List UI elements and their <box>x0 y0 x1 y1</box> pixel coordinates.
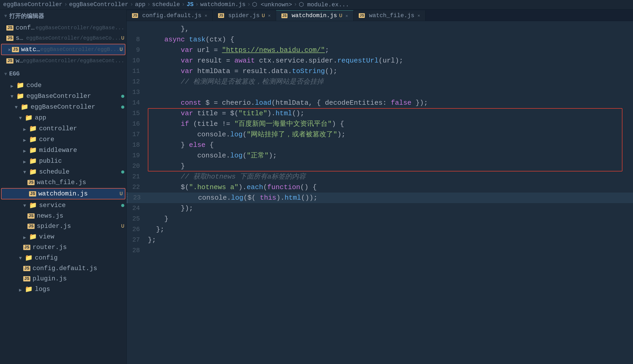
tab-label: spider.js <box>228 12 260 19</box>
tree-item-middleware[interactable]: ▶ 📁 middleware <box>0 145 126 156</box>
tree-item-config-default[interactable]: JS config.default.js <box>0 263 126 274</box>
code-line: 16 if (title != "百度新闻一海量中文资讯平台") { <box>127 119 633 129</box>
breadcrumb-sep: › <box>294 1 297 8</box>
folder-label: service <box>39 202 121 209</box>
unsaved-tag: U <box>262 13 265 19</box>
line-number: 20 <box>127 161 145 171</box>
code-line: 28 <box>127 245 633 256</box>
js-icon: JS <box>132 13 138 18</box>
js-icon: JS <box>27 224 35 229</box>
js-icon: JS <box>6 25 13 31</box>
status-dot <box>121 170 124 174</box>
tree-item-service[interactable]: ▼ 📁 service <box>0 200 126 211</box>
code-line: 27 }; <box>127 235 633 245</box>
folder-icon: 📁 <box>29 233 37 241</box>
chevron-down-icon: ▼ <box>19 116 24 120</box>
folder-icon: 📁 <box>25 285 33 293</box>
line-number: 15 <box>127 108 145 119</box>
folder-icon: 📁 <box>16 92 24 100</box>
tree-item-app[interactable]: ▼ 📁 app <box>0 112 126 123</box>
tab-spider[interactable]: JS spider.js U ✕ <box>213 10 276 21</box>
line-content: $(".hotnews a").each(function() { <box>145 182 633 193</box>
code-line: 8 async task(ctx) { <box>127 34 633 45</box>
tree-item-eggbase2[interactable]: ▼ 📁 eggBaseController <box>0 102 126 112</box>
open-editor-spider[interactable]: JS spider.js eggBaseController/eggBaseCo… <box>0 33 126 43</box>
chevron-right-icon: ▶ <box>23 148 28 153</box>
tree-item-config[interactable]: ▼ 📁 config <box>0 252 126 263</box>
breadcrumb-item: app <box>135 1 145 8</box>
tab-watchfile[interactable]: JS watch_file.js ✕ <box>353 10 426 21</box>
tree-item-watchdomin[interactable]: JS watchdomin.js U <box>1 188 125 199</box>
tree-item-plugin[interactable]: JS plugin.js <box>0 274 126 284</box>
tree-item-spider[interactable]: JS spider.js U <box>0 221 126 231</box>
line-content: } <box>145 214 633 224</box>
folder-icon: 📁 <box>25 254 33 262</box>
file-label: watchdomin.js <box>38 190 120 197</box>
file-path: eggBaseController/eggB... <box>40 46 120 52</box>
unsaved-badge: U <box>121 223 124 229</box>
tree-item-router[interactable]: JS router.js <box>0 242 126 252</box>
close-icon[interactable]: ✕ <box>8 47 11 52</box>
file-name: spider.js <box>16 35 26 42</box>
file-label: spider.js <box>37 223 121 230</box>
tree-item-core[interactable]: ▶ 📁 core <box>0 134 126 145</box>
tab-watchdomin[interactable]: JS watchdomin.js U ✕ <box>276 10 353 21</box>
line-number: 14 <box>127 98 145 108</box>
tree-item-view[interactable]: ▶ 📁 view <box>0 231 126 242</box>
breadcrumb-sep: › <box>64 1 67 8</box>
line-content: var htmlData = result.data.toString(); <box>145 66 633 76</box>
tree-item-controller[interactable]: ▶ 📁 controller <box>0 123 126 134</box>
open-editor-watchdomin[interactable]: ✕ JS watchdomin.js eggBaseController/egg… <box>1 44 125 55</box>
open-editor-config[interactable]: JS config.default.js eggBaseController/e… <box>0 23 126 33</box>
tree-item-logs[interactable]: ▶ 📁 logs <box>0 284 126 295</box>
line-number: 18 <box>127 140 145 150</box>
code-line: 24 }); <box>127 203 633 214</box>
line-number: 26 <box>127 224 145 235</box>
code-line: 14 const $ = cheerio.load(htmlData, { de… <box>127 98 633 108</box>
tree-item-public[interactable]: ▶ 📁 public <box>0 156 126 166</box>
folder-label: eggBaseController <box>26 93 121 100</box>
sidebar: ▼ 打开的编辑器 JS config.default.js eggBaseCon… <box>0 9 127 364</box>
file-path: eggBaseController/eggBaseCo... <box>26 35 121 41</box>
egg-header: ▼ EGG <box>0 68 126 80</box>
tab-close[interactable]: ✕ <box>268 13 271 18</box>
tab-config[interactable]: JS config.default.js ✕ <box>127 10 213 21</box>
tree-item-code[interactable]: ▶ 📁 code <box>0 80 126 91</box>
file-name: watchdomin.js <box>21 46 40 53</box>
line-content: // 获取hotnews 下面所有a标签的内容 <box>145 171 633 182</box>
line-number: 21 <box>127 171 145 182</box>
code-editor[interactable]: }, 8 async task(ctx) { 9 var url = "http… <box>127 21 633 364</box>
tree-item-watchfile[interactable]: JS watch_file.js <box>0 177 126 188</box>
file-label: config.default.js <box>32 265 124 272</box>
tree-item-news[interactable]: JS news.js <box>0 211 126 221</box>
folder-icon: 📁 <box>29 157 37 165</box>
open-editors-label: 打开的编辑器 <box>9 12 44 20</box>
breadcrumb-js: JS <box>187 1 193 8</box>
tab-label: watch_file.js <box>369 12 414 19</box>
file-name: watch_file.js <box>16 57 23 64</box>
chevron-down-icon: ▼ <box>19 256 24 260</box>
open-editors-header: ▼ 打开的编辑器 <box>0 9 126 23</box>
code-line: 12 // 检测网站是否被篡改，检测网站是否会挂掉 <box>127 76 633 87</box>
tree-item-schedule[interactable]: ▼ 📁 schedule <box>0 166 126 177</box>
js-icon: JS <box>29 191 36 197</box>
folder-label: middleware <box>39 147 124 154</box>
code-line: 11 var htmlData = result.data.toString()… <box>127 66 633 76</box>
code-line: 18 } else { <box>127 140 633 150</box>
folder-label: config <box>35 254 124 261</box>
tab-bar: JS config.default.js ✕ JS spider.js U ✕ … <box>127 9 633 21</box>
js-icon: JS <box>359 13 365 18</box>
tab-close[interactable]: ✕ <box>418 13 420 18</box>
folder-label: core <box>39 136 124 143</box>
folder-icon: 📁 <box>29 168 37 176</box>
line-content: async task(ctx) { <box>145 34 633 45</box>
folder-label: eggBaseController <box>31 103 121 111</box>
line-content: console.log("正常"); <box>145 150 633 161</box>
folder-label: code <box>26 82 124 89</box>
tab-close[interactable]: ✕ <box>205 13 207 18</box>
tree-item-eggbase1[interactable]: ▼ 📁 eggBaseController <box>0 91 126 102</box>
tab-close[interactable]: ✕ <box>346 13 348 18</box>
js-icon: JS <box>6 58 13 64</box>
chevron-right-icon: ▶ <box>23 126 28 131</box>
open-editor-watchfile[interactable]: JS watch_file.js eggBaseController/eggBa… <box>0 56 126 66</box>
